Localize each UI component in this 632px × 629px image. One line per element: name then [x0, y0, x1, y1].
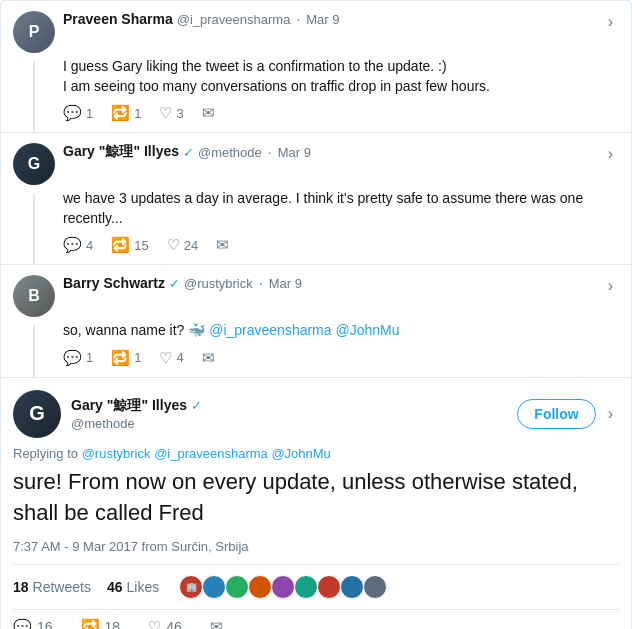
retweet-icon: 🔁	[111, 104, 130, 122]
like-icon: ♡	[167, 236, 180, 254]
avatar: P	[13, 11, 55, 53]
retweet-action[interactable]: 🔁 1	[111, 104, 141, 122]
mail-action[interactable]: ✉	[202, 349, 215, 367]
retweet-count: 1	[134, 106, 141, 121]
tweet-actions: 💬 4 🔁 15 ♡ 24 ✉	[63, 236, 619, 254]
likers-list: 🏢	[179, 575, 387, 599]
main-tweet-actions: 💬 16 🔁 18 ♡ 46 ✉	[13, 610, 619, 629]
reply-count: 1	[86, 106, 93, 121]
mail-action[interactable]: ✉	[210, 618, 223, 629]
tweet-body: so, wanna name it? 🐳 @i_praveensharma @J…	[63, 321, 619, 341]
tweet-actions: 💬 1 🔁 1 ♡ 3 ✉	[63, 104, 619, 122]
tweet-date: Mar 9	[306, 12, 339, 27]
liker-avatar	[317, 575, 341, 599]
avatar-letter: G	[28, 155, 40, 173]
main-user-meta: Gary "鯨理" Illyes ✓ @methode	[71, 397, 202, 431]
avatar: G	[13, 143, 55, 185]
like-count: 46	[166, 619, 182, 629]
chevron-button[interactable]: ›	[602, 275, 619, 297]
display-name: Barry Schwartz	[63, 275, 165, 291]
tweet-user-info: P Praveen Sharma @i_praveensharma · Mar …	[13, 11, 602, 53]
tweet-item: P Praveen Sharma @i_praveensharma · Mar …	[1, 1, 631, 133]
avatar-letter: G	[29, 402, 45, 425]
main-tweet-text: sure! From now on every update, unless o…	[13, 467, 619, 529]
reply-action[interactable]: 💬 1	[63, 104, 93, 122]
tweet-text: we have 3 updates a day in average. I th…	[63, 190, 583, 226]
retweet-action[interactable]: 🔁 18	[81, 618, 121, 629]
retweet-count: 18	[105, 619, 121, 629]
reply-action[interactable]: 💬 4	[63, 236, 93, 254]
tweet-body: I guess Gary liking the tweet is a confi…	[63, 57, 619, 96]
replying-to-link[interactable]: @JohnMu	[271, 446, 330, 461]
avatar: B	[13, 275, 55, 317]
retweet-icon: 🔁	[81, 618, 100, 629]
like-icon: ♡	[148, 618, 161, 629]
location-link[interactable]: Surčin, Srbija	[171, 539, 248, 554]
retweet-action[interactable]: 🔁 1	[111, 349, 141, 367]
screen-name: @rustybrick	[184, 276, 253, 291]
tweet-text: I guess Gary liking the tweet is a confi…	[63, 58, 490, 94]
like-count: 4	[176, 350, 183, 365]
reply-icon: 💬	[13, 618, 32, 629]
user-meta: Barry Schwartz ✓ @rustybrick · Mar 9	[63, 275, 602, 291]
replying-to-link[interactable]: @i_praveensharma	[154, 446, 268, 461]
reply-icon: 💬	[63, 349, 82, 367]
like-action[interactable]: ♡ 4	[159, 349, 183, 367]
user-meta: Praveen Sharma @i_praveensharma · Mar 9	[63, 11, 602, 27]
replying-to-link[interactable]: @rustybrick	[82, 446, 151, 461]
like-icon: ♡	[159, 349, 172, 367]
replying-to-label: Replying to	[13, 446, 78, 461]
follow-button[interactable]: Follow	[517, 399, 595, 429]
reply-action[interactable]: 💬 16	[13, 618, 53, 629]
reply-icon: 💬	[63, 236, 82, 254]
like-action[interactable]: ♡ 3	[159, 104, 183, 122]
retweet-icon: 🔁	[111, 236, 130, 254]
screen-name: @i_praveensharma	[177, 12, 291, 27]
timestamp-text: 7:37 AM - 9 Mar 2017 from	[13, 539, 168, 554]
user-meta: Gary "鯨理" Illyes ✓ @methode · Mar 9	[63, 143, 602, 161]
liker-avatar	[363, 575, 387, 599]
main-tweet-header: G Gary "鯨理" Illyes ✓ @methode Follow ›	[13, 390, 619, 438]
retweet-label: Retweets	[33, 579, 91, 595]
mention-link[interactable]: @i_praveensharma	[209, 322, 331, 338]
tweet-date: Mar 9	[278, 145, 311, 160]
mail-icon: ✉	[210, 618, 223, 629]
tweet-user-info: G Gary "鯨理" Illyes ✓ @methode · Mar 9	[13, 143, 602, 185]
reply-icon: 💬	[63, 104, 82, 122]
tweet-thread: P Praveen Sharma @i_praveensharma · Mar …	[0, 0, 632, 629]
retweet-action[interactable]: 🔁 15	[111, 236, 148, 254]
liker-avatar	[202, 575, 226, 599]
mail-action[interactable]: ✉	[216, 236, 229, 254]
liker-avatar	[225, 575, 249, 599]
like-count: 3	[176, 106, 183, 121]
likes-count: 46	[107, 579, 123, 595]
display-name: Gary "鯨理" Illyes	[71, 397, 187, 415]
chevron-button[interactable]: ›	[602, 11, 619, 33]
like-icon: ♡	[159, 104, 172, 122]
mention-link[interactable]: @JohnMu	[335, 322, 399, 338]
mail-icon: ✉	[202, 349, 215, 367]
liker-avatar	[248, 575, 272, 599]
display-name: Gary "鯨理" Illyes	[63, 143, 179, 161]
main-user-info: G Gary "鯨理" Illyes ✓ @methode	[13, 390, 517, 438]
retweet-count: 1	[134, 350, 141, 365]
like-action[interactable]: ♡ 24	[167, 236, 198, 254]
chevron-button[interactable]: ›	[602, 143, 619, 165]
mail-action[interactable]: ✉	[202, 104, 215, 122]
screen-name: @methode	[198, 145, 262, 160]
likes-stat[interactable]: 46 Likes	[107, 579, 159, 595]
display-name: Praveen Sharma	[63, 11, 173, 27]
tweet-user-info: B Barry Schwartz ✓ @rustybrick · Mar 9	[13, 275, 602, 317]
retweet-stat[interactable]: 18 Retweets	[13, 579, 91, 595]
avatar: G	[13, 390, 61, 438]
tweet-text: so, wanna name it? 🐳 @i_praveensharma @J…	[63, 322, 400, 338]
main-tweet: G Gary "鯨理" Illyes ✓ @methode Follow ›	[1, 378, 631, 629]
mail-icon: ✉	[202, 104, 215, 122]
reply-action[interactable]: 💬 1	[63, 349, 93, 367]
chevron-button[interactable]: ›	[602, 403, 619, 425]
liker-avatar: 🏢	[179, 575, 203, 599]
retweet-count: 15	[134, 238, 148, 253]
screen-name: @methode	[71, 416, 135, 431]
like-action[interactable]: ♡ 46	[148, 618, 182, 629]
liker-avatar	[294, 575, 318, 599]
